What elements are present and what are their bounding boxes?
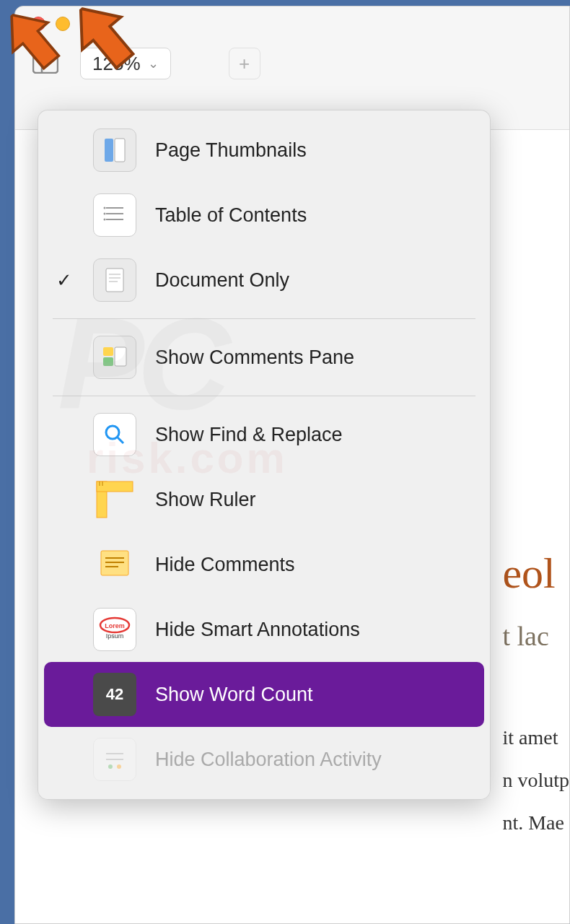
ruler-icon (93, 478, 136, 521)
svg-rect-3 (115, 139, 125, 162)
menu-separator (53, 318, 475, 319)
search-icon (93, 413, 136, 456)
menu-item-table-of-contents[interactable]: Table of Contents (38, 183, 490, 248)
svg-rect-10 (106, 269, 123, 292)
menu-item-show-ruler[interactable]: Show Ruler (38, 467, 490, 532)
menu-item-label: Hide Smart Annotations (155, 619, 360, 641)
checkmark-icon: ✓ (54, 269, 74, 292)
svg-line-18 (118, 437, 123, 443)
svg-rect-14 (103, 347, 113, 356)
lorem-icon: LoremIpsum (93, 608, 136, 651)
svg-rect-15 (103, 357, 113, 366)
wordcount-icon: 42 (93, 673, 136, 716)
doc-subtitle-fragment: t lac (502, 620, 569, 652)
menu-item-hide-smart-annotations[interactable]: LoremIpsum Hide Smart Annotations (38, 597, 490, 662)
chevron-down-icon: ⌄ (148, 56, 159, 71)
menu-item-label: Table of Contents (155, 204, 307, 227)
svg-point-8 (104, 213, 106, 215)
doc-body-fragment: it amet n volutp nt. Mae (502, 717, 569, 844)
menu-item-label: Page Thumbnails (155, 139, 307, 162)
collab-icon (93, 738, 136, 781)
svg-point-17 (106, 426, 119, 439)
document-icon (93, 258, 136, 302)
plus-icon: + (239, 53, 250, 75)
thumbnails-icon (93, 128, 136, 172)
menu-item-label: Show Find & Replace (155, 424, 343, 446)
svg-text:Ipsum: Ipsum (106, 632, 124, 640)
menu-item-page-thumbnails[interactable]: Page Thumbnails (38, 118, 490, 183)
svg-point-7 (104, 207, 106, 209)
svg-rect-16 (115, 347, 126, 366)
doc-title-fragment: eol (502, 549, 569, 598)
document-text-fragment: eol t lac it amet n volutp nt. Mae (502, 549, 569, 844)
view-dropdown-menu: Page Thumbnails Table of Contents ✓ Docu… (38, 110, 491, 800)
menu-item-show-word-count[interactable]: 42 Show Word Count (44, 662, 484, 727)
comments-pane-icon (93, 336, 136, 379)
menu-item-find-replace[interactable]: Show Find & Replace (38, 402, 490, 467)
toc-icon (93, 193, 136, 237)
menu-item-hide-collaboration: Hide Collaboration Activity (38, 727, 490, 792)
svg-rect-2 (105, 139, 113, 162)
menu-item-label: Hide Collaboration Activity (155, 749, 382, 771)
menu-item-hide-comments[interactable]: Hide Comments (38, 532, 490, 597)
note-icon (93, 543, 136, 586)
menu-item-show-comments-pane[interactable]: Show Comments Pane (38, 325, 490, 390)
menu-item-label: Show Comments Pane (155, 346, 354, 369)
menu-item-label: Document Only (155, 269, 289, 292)
svg-point-32 (108, 764, 113, 769)
menu-item-label: Show Ruler (155, 489, 256, 511)
svg-text:Lorem: Lorem (105, 622, 125, 629)
add-page-button[interactable]: + (229, 48, 260, 79)
menu-item-document-only[interactable]: ✓ Document Only (38, 248, 490, 313)
menu-item-label: Show Word Count (155, 684, 313, 706)
menu-separator (53, 396, 475, 396)
svg-point-33 (117, 764, 121, 769)
menu-item-label: Hide Comments (155, 554, 295, 576)
svg-point-9 (104, 219, 106, 221)
